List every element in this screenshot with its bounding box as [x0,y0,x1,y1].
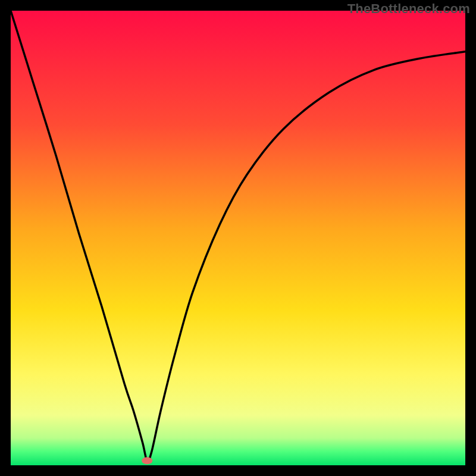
bottleneck-chart [11,11,465,465]
gradient-rect [11,11,465,465]
min-marker [142,457,152,464]
attribution-text: TheBottleneck.com [347,1,470,17]
chart-frame [11,11,465,465]
